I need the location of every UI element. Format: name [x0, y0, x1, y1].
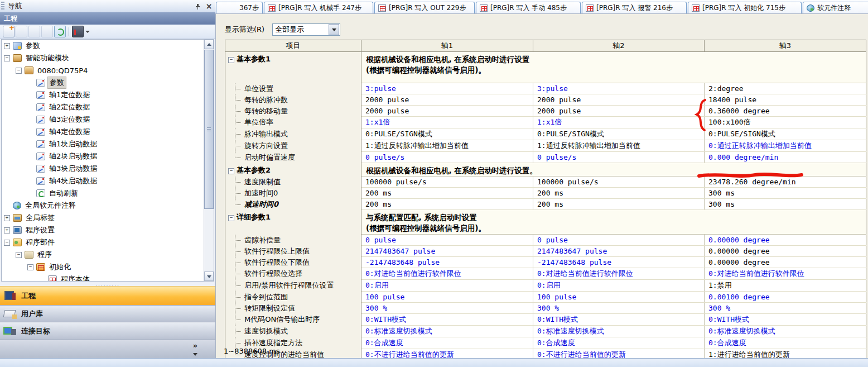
param-value-cell-axis3[interactable]: 1:禁用: [705, 280, 866, 292]
param-value-cell-axis3[interactable]: 300 ms: [705, 199, 866, 210]
tree-item[interactable]: −程序: [2, 249, 214, 261]
param-value-cell-axis2[interactable]: 0 pulse: [533, 235, 705, 246]
param-item-label[interactable]: 速度切换模式: [225, 326, 361, 337]
param-value-cell-axis1[interactable]: 0:合成速度: [361, 337, 533, 349]
param-value-cell-axis3[interactable]: 0.00100 degree: [705, 292, 866, 303]
param-value-cell-axis1[interactable]: 3:pulse: [361, 83, 533, 94]
param-value-cell-axis1[interactable]: 1:通过反转脉冲输出增加当前值: [361, 140, 533, 152]
paste-info-icon[interactable]: [41, 26, 53, 37]
scrollbar-thumb[interactable]: [204, 50, 214, 209]
param-item-label[interactable]: 加速时间0: [225, 188, 361, 199]
param-value-cell-axis2[interactable]: 3:pulse: [533, 83, 705, 94]
param-item-label[interactable]: 单位设置: [225, 83, 361, 94]
param-value-cell-axis2[interactable]: 0:标准速度切换模式: [533, 326, 705, 337]
tree-scrollbar[interactable]: [204, 40, 214, 281]
param-value-cell-axis3[interactable]: 0.00000 degree: [705, 246, 866, 257]
tree-item[interactable]: 轴1定位数据: [2, 89, 214, 101]
tree-item[interactable]: +程序设置: [2, 224, 214, 236]
tab-item[interactable]: 367步: [216, 2, 263, 13]
collapse-minus-icon[interactable]: −: [4, 55, 10, 61]
param-value-cell-axis2[interactable]: 1:x1倍: [533, 117, 705, 128]
collapse-minus-icon[interactable]: −: [4, 240, 10, 246]
param-item-label[interactable]: 减速时间0: [225, 199, 361, 210]
param-value-cell-axis2[interactable]: 200 ms: [533, 199, 705, 210]
nav-button-user-library[interactable]: 用户库: [0, 305, 215, 323]
param-value-cell-axis1[interactable]: 2147483647 pulse: [361, 246, 533, 257]
scroll-up-icon[interactable]: [204, 40, 214, 49]
param-value-cell-axis1[interactable]: 0:标准速度切换模式: [361, 326, 533, 337]
param-value-cell-axis2[interactable]: 300 %: [533, 303, 705, 314]
param-value-cell-axis3[interactable]: 0:通过正转脉冲输出增加当前值: [705, 140, 866, 152]
tree-item[interactable]: 轴2定位数据: [2, 101, 214, 113]
param-value-cell-axis3[interactable]: 300 ms: [705, 188, 866, 199]
param-item-label[interactable]: 软件行程限位选择: [225, 268, 361, 280]
param-item-label[interactable]: 齿隙补偿量: [225, 235, 361, 246]
chevron-down-icon[interactable]: [85, 31, 90, 33]
param-value-cell-axis1[interactable]: 0:WITH模式: [361, 314, 533, 326]
param-value-cell-axis2[interactable]: 0:启用: [533, 280, 705, 292]
param-value-cell-axis2[interactable]: 100000 pulse/s: [533, 177, 705, 188]
tree-item[interactable]: 轴4块启动数据: [2, 175, 214, 187]
tree-item[interactable]: 轴3定位数据: [2, 113, 214, 126]
param-value-cell-axis2[interactable]: 0:合成速度: [533, 337, 705, 349]
param-value-cell-axis3[interactable]: 0.00000 degree: [705, 257, 866, 268]
tab-item[interactable]: [PRG]R 写入 初始化 715步: [688, 2, 802, 13]
close-icon[interactable]: ×: [204, 2, 214, 11]
tree-item[interactable]: 轴4定位数据: [2, 126, 214, 138]
param-value-cell-axis1[interactable]: 2000 pulse: [361, 106, 533, 117]
param-value-cell-axis3[interactable]: 18400 pulse: [705, 94, 866, 106]
param-item-label[interactable]: 脉冲输出模式: [225, 128, 361, 140]
param-value-cell-axis2[interactable]: 0 pulse/s: [533, 152, 705, 163]
param-value-cell-axis3[interactable]: 0:合成速度: [705, 337, 866, 349]
tab-item[interactable]: [PRG]R 写入 OUT 229步: [374, 2, 475, 13]
panel-splitter[interactable]: .........: [0, 282, 215, 286]
param-value-cell-axis3[interactable]: 100:x100倍: [705, 117, 866, 128]
param-value-cell-axis1[interactable]: 2000 pulse: [361, 94, 533, 106]
param-item-label[interactable]: 转矩限制设定值: [225, 303, 361, 314]
param-value-cell-axis3[interactable]: 0:标准速度切换模式: [705, 326, 866, 337]
param-value-cell-axis2[interactable]: 0:WITH模式: [533, 314, 705, 326]
param-value-cell-axis1[interactable]: 0:对进给当前值进行软件限位: [361, 268, 533, 280]
chevron-down-icon[interactable]: [191, 349, 200, 358]
param-value-cell-axis3[interactable]: 300 %: [705, 303, 866, 314]
tree-item[interactable]: 自动刷新: [2, 187, 214, 199]
param-value-cell-axis2[interactable]: 0:对进给当前值进行软件限位: [533, 268, 705, 280]
param-value-cell-axis3[interactable]: 0:WITH模式: [705, 314, 866, 326]
nav-button-project[interactable]: 工程: [0, 286, 215, 306]
paste-icon[interactable]: [28, 26, 40, 37]
tab-item[interactable]: 软元件注释: [803, 2, 868, 13]
pin-icon[interactable]: [193, 2, 202, 11]
collapse-minus-icon[interactable]: −: [16, 68, 22, 74]
display-filter-icon[interactable]: [72, 26, 84, 37]
param-item-label[interactable]: 旋转方向设置: [225, 140, 361, 152]
tree-item[interactable]: −程序部件: [2, 236, 214, 249]
param-item-label[interactable]: 速度限制值: [225, 177, 361, 188]
param-value-cell-axis1[interactable]: 200 ms: [361, 199, 533, 210]
collapse-minus-icon[interactable]: −: [16, 252, 22, 258]
param-item-label[interactable]: 每转的脉冲数: [225, 94, 361, 106]
new-document-icon[interactable]: [3, 26, 15, 37]
refresh-icon[interactable]: [54, 26, 66, 37]
tree-item[interactable]: +参数: [2, 40, 214, 52]
param-value-cell-axis1[interactable]: 0:PULSE/SIGN模式: [361, 128, 533, 140]
display-filter-dropdown[interactable]: 全部显示: [272, 23, 340, 36]
param-value-cell-axis3[interactable]: 0.00000 degree: [705, 235, 866, 246]
tree-item[interactable]: −智能功能模块: [2, 52, 214, 64]
collapse-minus-icon[interactable]: −: [228, 57, 234, 63]
tree-item[interactable]: +全局标签: [2, 212, 214, 224]
param-item-label[interactable]: 单位倍率: [225, 117, 361, 128]
param-item-label[interactable]: M代码ON信号输出时序: [225, 314, 361, 326]
param-value-cell-axis2[interactable]: 2000 pulse: [533, 106, 705, 117]
expand-plus-icon[interactable]: +: [4, 215, 10, 221]
tree-item[interactable]: −0080:QD75P4: [2, 64, 214, 77]
param-value-cell-axis3[interactable]: 2:degree: [705, 83, 866, 94]
chevron-expand-icon[interactable]: »: [191, 342, 200, 349]
param-item-label[interactable]: 启用/禁用软件行程限位设置: [225, 280, 361, 292]
param-value-cell-axis1[interactable]: 1:x1倍: [361, 117, 533, 128]
param-value-cell-axis3[interactable]: 0.36000 degree: [705, 106, 866, 117]
param-item-label[interactable]: 每转的移动量: [225, 106, 361, 117]
param-value-cell-axis2[interactable]: 2147483647 pulse: [533, 246, 705, 257]
nav-button-connection[interactable]: 连接目标: [0, 322, 215, 341]
tree-item[interactable]: 轴1块启动数据: [2, 138, 214, 150]
param-section-label[interactable]: −基本参数1: [225, 52, 361, 83]
